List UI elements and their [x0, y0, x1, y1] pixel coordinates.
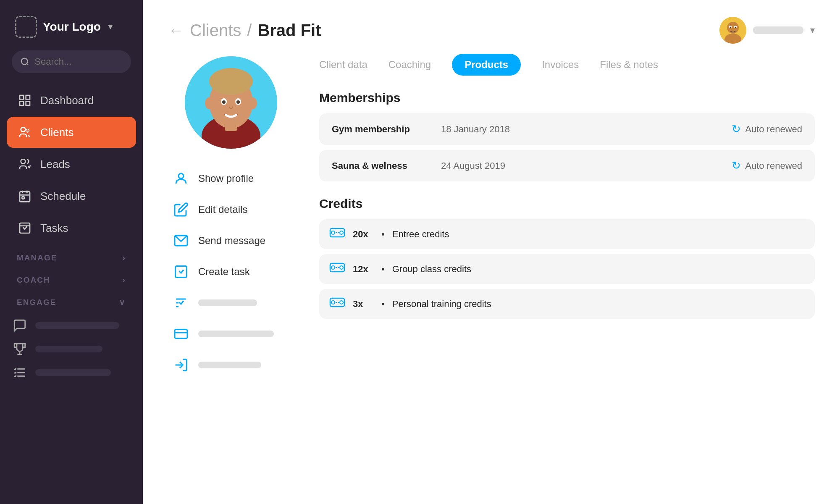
engage-item-trophy[interactable]	[12, 341, 131, 357]
membership-name-sauna: Sauna & welness	[332, 160, 428, 171]
svg-rect-9	[20, 192, 30, 202]
manage-chevron-icon: ›	[122, 253, 126, 262]
action7-item[interactable]	[168, 351, 294, 379]
engage-item-checklist[interactable]	[12, 365, 131, 381]
membership-list: Gym membership 18 January 2018 ↻ Auto re…	[319, 113, 815, 181]
tabs: Client data Coaching Products Invoices F…	[319, 52, 815, 76]
sidebar-section-engage[interactable]: ENGAGE ∨	[0, 288, 143, 311]
tab-coaching[interactable]: Coaching	[388, 54, 431, 76]
sidebar-logo[interactable]: Your Logo ▾	[0, 0, 143, 50]
credit-name-personal: Personal training credits	[392, 299, 491, 310]
sidebar-item-schedule[interactable]: Schedule	[7, 181, 136, 212]
action6-item[interactable]	[168, 320, 294, 348]
svg-point-48	[340, 231, 343, 234]
membership-name-gym: Gym membership	[332, 124, 428, 135]
tasks-icon	[17, 220, 33, 236]
engage-chevron-icon: ∨	[119, 297, 126, 307]
sidebar-item-label-clients: Clients	[40, 126, 74, 139]
breadcrumb-current: Brad Fit	[257, 21, 321, 40]
membership-status-text-gym: Auto renewed	[745, 124, 802, 135]
pencil-icon	[172, 201, 190, 218]
sidebar: Your Logo ▾ Dashboard	[0, 0, 143, 504]
avatar[interactable]	[719, 17, 746, 44]
trophy-icon	[12, 341, 28, 357]
svg-point-35	[222, 100, 226, 104]
user-menu-chevron-icon[interactable]: ▾	[810, 25, 815, 36]
engage-checklist-label	[35, 369, 111, 376]
tab-products[interactable]: Products	[452, 54, 521, 76]
engage-trophy-label	[35, 346, 102, 352]
svg-rect-13	[22, 197, 24, 199]
sidebar-item-leads[interactable]: Leads	[7, 149, 136, 180]
checklist-icon	[12, 365, 28, 381]
sidebar-item-label-leads: Leads	[40, 158, 70, 171]
svg-point-7	[26, 129, 29, 132]
sidebar-section-manage[interactable]: MANAGE ›	[0, 244, 143, 266]
svg-point-36	[236, 100, 240, 104]
membership-date-sauna: 24 August 2019	[441, 160, 719, 171]
list-item[interactable]: 12x • Group class credits	[319, 254, 815, 284]
action-list: Show profile Edit details	[168, 165, 294, 379]
client-left-panel: Show profile Edit details	[168, 52, 294, 487]
credit-dot-entree: •	[381, 229, 385, 240]
table-row[interactable]: Sauna & welness 24 August 2019 ↻ Auto re…	[319, 150, 815, 181]
back-button[interactable]: ←	[168, 21, 184, 39]
svg-rect-39	[176, 266, 187, 278]
top-bar: ← Clients / Brad Fit ▾	[143, 0, 840, 52]
list-item[interactable]: 3x • Personal training credits	[319, 289, 815, 319]
breadcrumb-separator: /	[247, 21, 252, 40]
svg-line-1	[27, 63, 29, 65]
svg-point-37	[178, 173, 184, 178]
edit-details-action[interactable]: Edit details	[168, 196, 294, 223]
chat-icon	[12, 318, 28, 333]
action5-item[interactable]	[168, 289, 294, 317]
credit-dot-personal: •	[381, 299, 385, 310]
breadcrumb: ← Clients / Brad Fit	[168, 21, 321, 40]
sidebar-item-label-dashboard: Dashboard	[40, 94, 94, 107]
user-name-placeholder	[753, 26, 803, 34]
tab-invoices[interactable]: Invoices	[542, 54, 579, 76]
client-avatar	[185, 56, 277, 149]
task-icon	[172, 263, 190, 281]
auto-renew-icon-sauna: ↻	[732, 159, 741, 172]
engage-chat-label	[35, 322, 119, 329]
content-area: Show profile Edit details	[143, 52, 840, 504]
svg-point-32	[249, 97, 257, 109]
credit-dot-group: •	[381, 264, 385, 275]
svg-point-51	[331, 266, 335, 269]
membership-date-gym: 18 January 2018	[441, 124, 719, 135]
engage-item-chat[interactable]	[12, 318, 131, 333]
sidebar-item-clients[interactable]: Clients	[7, 117, 136, 148]
sidebar-search-container[interactable]	[12, 50, 131, 73]
coach-chevron-icon: ›	[122, 275, 126, 285]
show-profile-action[interactable]: Show profile	[168, 165, 294, 192]
send-message-action[interactable]: Send message	[168, 227, 294, 255]
memberships-title: Memberships	[319, 91, 815, 105]
action6-placeholder	[198, 331, 274, 337]
svg-rect-54	[330, 298, 344, 307]
credit-name-entree: Entree credits	[392, 229, 449, 240]
list-item[interactable]: 20x • Entree credits	[319, 219, 815, 249]
sidebar-item-tasks[interactable]: Tasks	[7, 213, 136, 244]
svg-point-25	[735, 27, 736, 28]
sidebar-item-dashboard[interactable]: Dashboard	[7, 85, 136, 116]
membership-status-gym: ↻ Auto renewed	[732, 123, 802, 136]
tab-client-data[interactable]: Client data	[319, 54, 368, 76]
create-task-action[interactable]: Create task	[168, 258, 294, 286]
clients-icon	[17, 124, 33, 140]
sidebar-section-coach[interactable]: COACH ›	[0, 266, 143, 288]
svg-rect-4	[20, 102, 24, 105]
svg-point-56	[340, 301, 343, 304]
search-icon	[20, 56, 29, 67]
right-panel: Client data Coaching Products Invoices F…	[319, 52, 815, 487]
credits-list: 20x • Entree credits 12x	[319, 219, 815, 319]
svg-point-0	[21, 58, 28, 65]
svg-point-8	[21, 159, 26, 164]
show-profile-label: Show profile	[198, 173, 254, 184]
tab-files-notes[interactable]: Files & notes	[600, 54, 658, 76]
leads-icon	[17, 156, 33, 172]
svg-rect-14	[20, 223, 30, 233]
search-input[interactable]	[34, 56, 123, 67]
sidebar-nav: Dashboard Clients Leads	[0, 85, 143, 244]
table-row[interactable]: Gym membership 18 January 2018 ↻ Auto re…	[319, 113, 815, 145]
